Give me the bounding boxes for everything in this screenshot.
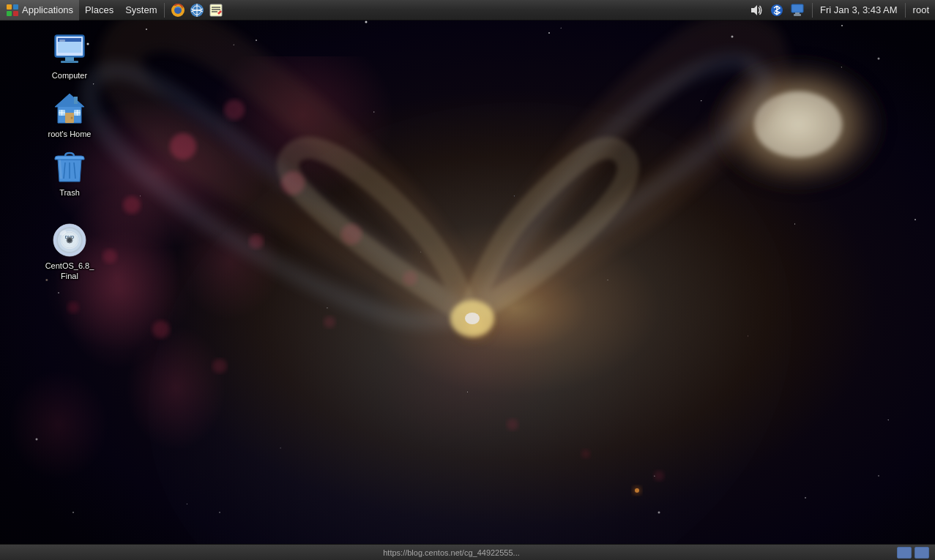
svg-point-39 xyxy=(633,486,641,495)
network-manager-icon[interactable] xyxy=(790,3,805,18)
places-menu[interactable]: Places xyxy=(79,0,119,20)
taskbar-separator-1 xyxy=(164,3,165,18)
taskbar-right: Fri Jan 3, 3:43 AM root xyxy=(743,3,935,18)
username-display: root xyxy=(913,4,929,15)
network-quicklaunch[interactable] xyxy=(190,3,204,18)
svg-rect-65 xyxy=(59,40,65,42)
svg-point-5 xyxy=(224,100,245,120)
desktop-icon-computer[interactable]: Computer xyxy=(40,29,99,83)
svg-point-6 xyxy=(103,249,117,264)
svg-point-14 xyxy=(324,316,335,328)
notes-quicklaunch[interactable] xyxy=(209,3,223,18)
bluetooth-icon[interactable] xyxy=(770,3,784,18)
svg-point-27 xyxy=(731,36,734,38)
svg-rect-41 xyxy=(13,4,18,10)
svg-rect-76 xyxy=(74,97,78,104)
svg-rect-56 xyxy=(794,14,801,16)
svg-point-69 xyxy=(71,117,73,119)
places-label: Places xyxy=(85,4,113,15)
home-icon-label: root's Home xyxy=(48,129,92,139)
svg-point-31 xyxy=(914,219,916,220)
svg-rect-55 xyxy=(791,4,803,12)
status-button-2[interactable] xyxy=(914,547,929,559)
svg-marker-67 xyxy=(55,94,84,107)
svg-point-32 xyxy=(36,438,38,441)
svg-point-13 xyxy=(212,359,227,373)
desktop-icon-dvd[interactable]: DVD CentOS_6.8_Final xyxy=(40,220,99,285)
svg-point-3 xyxy=(170,133,196,160)
svg-point-15 xyxy=(507,419,518,430)
system-menu[interactable]: System xyxy=(119,0,163,20)
trash-icon-image xyxy=(52,149,87,184)
datetime-display: Fri Jan 3, 3:43 AM xyxy=(820,4,898,15)
desktop: Applications Places System xyxy=(0,0,935,560)
trash-icon-label: Trash xyxy=(59,187,80,198)
svg-rect-40 xyxy=(7,4,12,10)
svg-point-88 xyxy=(67,238,72,242)
home-icon-image xyxy=(52,91,87,126)
svg-point-17 xyxy=(654,471,664,481)
svg-rect-64 xyxy=(61,61,78,63)
taskbar: Applications Places System xyxy=(0,0,935,20)
desktop-icon-trash[interactable]: Trash xyxy=(40,146,99,201)
dvd-icon-image: DVD xyxy=(52,223,87,258)
computer-icon-image xyxy=(52,32,87,67)
desktop-icon-home[interactable]: root's Home xyxy=(40,88,99,142)
svg-point-33 xyxy=(72,512,74,513)
svg-point-8 xyxy=(152,321,170,338)
svg-point-20 xyxy=(465,313,480,324)
svg-rect-63 xyxy=(65,57,74,61)
statusbar: https://blog.centos.net/cg_44922555... xyxy=(0,544,935,560)
svg-marker-53 xyxy=(751,5,757,15)
status-button-1[interactable] xyxy=(897,547,912,559)
system-label: System xyxy=(125,4,157,15)
svg-rect-42 xyxy=(7,11,12,16)
svg-point-16 xyxy=(581,449,590,458)
svg-point-37 xyxy=(878,475,879,477)
computer-icon-label: Computer xyxy=(52,70,87,81)
svg-point-25 xyxy=(548,32,550,34)
applications-label: Applications xyxy=(22,4,73,15)
galaxy-svg xyxy=(0,0,935,560)
svg-point-23 xyxy=(256,40,257,41)
svg-point-28 xyxy=(841,25,843,26)
svg-point-30 xyxy=(58,292,59,294)
taskbar-separator-3 xyxy=(905,3,906,18)
svg-point-9 xyxy=(67,302,79,313)
dvd-icon-label: CentOS_6.8_Final xyxy=(43,261,96,282)
status-buttons xyxy=(897,547,929,559)
svg-point-34 xyxy=(219,512,220,513)
svg-point-24 xyxy=(365,21,368,23)
svg-rect-48 xyxy=(210,4,222,16)
svg-point-36 xyxy=(805,497,806,499)
svg-point-22 xyxy=(146,29,147,30)
svg-rect-43 xyxy=(13,11,18,16)
applications-icon xyxy=(6,4,19,17)
taskbar-separator-2 xyxy=(812,3,813,18)
svg-rect-57 xyxy=(795,12,800,14)
status-url: https://blog.centos.net/cg_44922555... xyxy=(383,548,520,557)
firefox-quicklaunch[interactable] xyxy=(171,3,185,18)
svg-point-4 xyxy=(123,196,141,214)
taskbar-left: Applications Places System xyxy=(0,0,228,20)
svg-point-29 xyxy=(878,58,880,60)
quick-launch-area xyxy=(166,3,228,18)
applications-menu[interactable]: Applications xyxy=(0,0,79,20)
svg-point-35 xyxy=(658,512,660,514)
volume-icon[interactable] xyxy=(749,3,764,18)
